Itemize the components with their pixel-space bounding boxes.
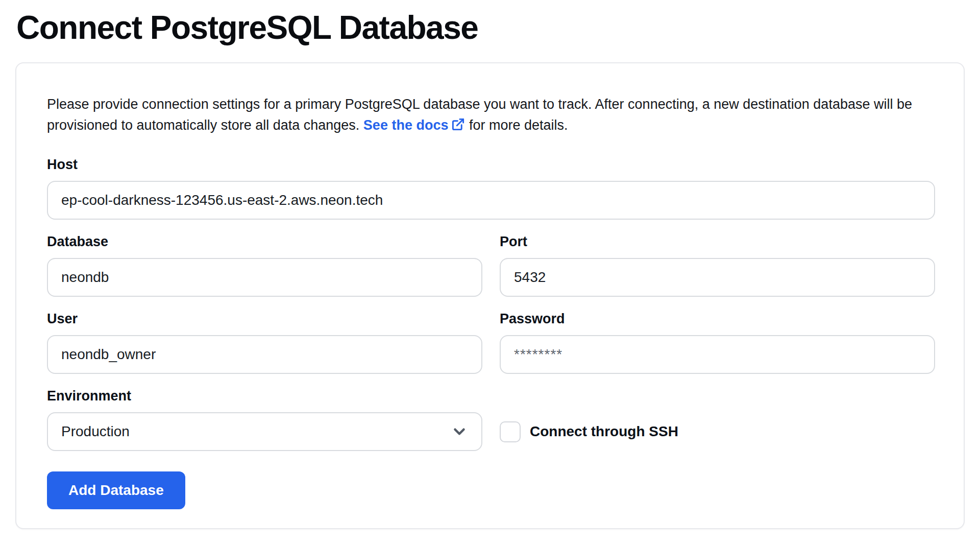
user-input[interactable] — [47, 335, 482, 374]
environment-label: Environment — [47, 388, 482, 404]
environment-selected-value: Production — [61, 423, 130, 440]
port-field: Port — [500, 234, 935, 297]
ssh-checkbox[interactable] — [500, 421, 521, 442]
external-link-icon[interactable] — [451, 117, 465, 131]
page: Connect PostgreSQL Database Please provi… — [0, 0, 980, 529]
chevron-down-icon[interactable] — [451, 423, 468, 440]
host-label: Host — [47, 157, 935, 173]
database-label: Database — [47, 234, 482, 250]
see-the-docs-link[interactable]: See the docs — [363, 117, 465, 133]
page-title: Connect PostgreSQL Database — [16, 9, 965, 47]
password-label: Password — [500, 311, 935, 327]
ssh-row: Connect through SSH — [500, 412, 935, 451]
user-field: User — [47, 311, 482, 374]
user-label: User — [47, 311, 482, 327]
password-input[interactable] — [500, 335, 935, 374]
host-field: Host — [47, 157, 935, 220]
connection-form-card: Please provide connection settings for a… — [15, 62, 965, 529]
form-grid: Database Port User Password Environment … — [47, 234, 935, 451]
port-label: Port — [500, 234, 935, 250]
database-field: Database — [47, 234, 482, 297]
port-input[interactable] — [500, 258, 935, 297]
see-the-docs-link-label: See the docs — [363, 117, 449, 133]
database-input[interactable] — [47, 258, 482, 297]
host-input[interactable] — [47, 181, 935, 220]
ssh-checkbox-label[interactable]: Connect through SSH — [530, 423, 678, 440]
environment-field: Environment Production — [47, 388, 482, 451]
add-database-button[interactable]: Add Database — [47, 471, 185, 509]
environment-select[interactable]: Production — [47, 412, 482, 451]
intro-text-after: for more details. — [465, 117, 568, 133]
password-field: Password — [500, 311, 935, 374]
intro-text: Please provide connection settings for a… — [47, 94, 935, 137]
